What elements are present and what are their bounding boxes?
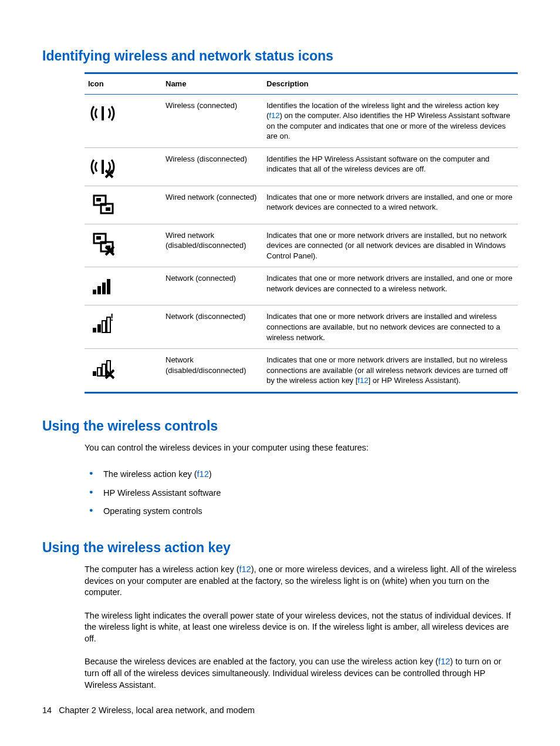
f12-key: f12 [239, 564, 251, 574]
icon-name: Wireless (connected) [162, 94, 263, 147]
icon-description: Identifies the location of the wireless … [263, 94, 518, 147]
icon-name: Network (disabled/disconnected) [162, 349, 263, 393]
wireless-on-icon [85, 94, 162, 147]
controls-list: The wireless action key (f12)HP Wireless… [85, 465, 518, 521]
net-on-icon [85, 267, 162, 305]
icon-name: Wired network (connected) [162, 186, 263, 224]
icon-description: Indicates that one or more network drive… [263, 186, 518, 224]
action-key-p1: The computer has a wireless action key (… [85, 564, 518, 599]
table-row: Network (disabled/disconnected)Indicates… [85, 349, 518, 393]
table-row: Wired network (disabled/disconnected)Ind… [85, 224, 518, 267]
list-item: Operating system controls [85, 502, 518, 521]
icon-description: Indicates that one or more network drive… [263, 224, 518, 267]
table-row: Network (disconnected)Indicates that one… [85, 305, 518, 349]
controls-intro: You can control the wireless devices in … [85, 442, 518, 454]
text: Because the wireless devices are enabled… [85, 657, 438, 666]
col-icon: Icon [85, 73, 162, 95]
chapter-label: Chapter 2 Wireless, local area network, … [59, 705, 255, 715]
icon-name: Wired network (disabled/disconnected) [162, 224, 263, 267]
col-desc: Description [263, 73, 518, 95]
icon-description: Identifies the HP Wireless Assistant sof… [263, 147, 518, 186]
table-row: Network (connected)Indicates that one or… [85, 267, 518, 305]
f12-key: f12 [438, 657, 450, 666]
icon-name: Network (connected) [162, 267, 263, 305]
icon-description: Indicates that one or more network drive… [263, 267, 518, 305]
f12-key: f12 [357, 376, 368, 385]
icon-description: Indicates that one or more network drive… [263, 349, 518, 393]
heading-wireless-controls: Using the wireless controls [42, 417, 518, 435]
f12-key: f12 [269, 111, 279, 120]
icon-description: Indicates that one or more network drive… [263, 305, 518, 349]
col-name: Name [162, 73, 263, 95]
table-row: Wireless (connected)Identifies the locat… [85, 94, 518, 147]
net-off-icon [85, 349, 162, 393]
list-item: HP Wireless Assistant software [85, 484, 518, 503]
wired-off-icon [85, 224, 162, 267]
heading-identify-icons: Identifying wireless and network status … [42, 47, 518, 65]
action-key-p2: The wireless light indicates the overall… [85, 610, 518, 645]
icon-table: Icon Name Description Wireless (connecte… [85, 72, 518, 394]
net-disc-icon [85, 305, 162, 349]
list-item: The wireless action key (f12) [85, 465, 518, 484]
heading-wireless-action-key: Using the wireless action key [42, 539, 518, 557]
page-footer: 14 Chapter 2 Wireless, local area networ… [42, 705, 255, 717]
table-row: Wireless (disconnected)Identifies the HP… [85, 147, 518, 186]
text: The computer has a wireless action key ( [85, 564, 239, 574]
icon-name: Network (disconnected) [162, 305, 263, 349]
action-key-p3: Because the wireless devices are enabled… [85, 656, 518, 691]
table-row: Wired network (connected)Indicates that … [85, 186, 518, 224]
wireless-off-icon [85, 147, 162, 186]
f12-key: f12 [197, 469, 209, 479]
wired-on-icon [85, 186, 162, 224]
page-number: 14 [42, 705, 52, 715]
icon-name: Wireless (disconnected) [162, 147, 263, 186]
